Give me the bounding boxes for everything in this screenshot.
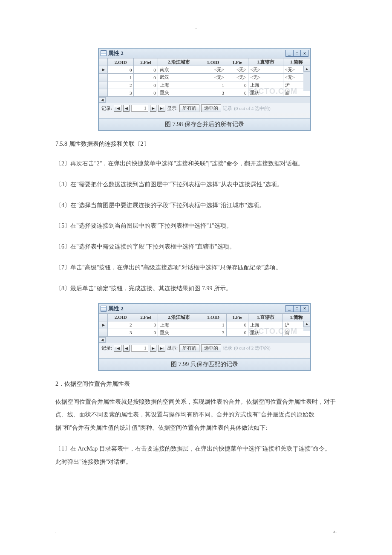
scroll-up-icon[interactable]: ▲: [303, 66, 310, 72]
cell[interactable]: 重庆: [248, 329, 283, 336]
column-header[interactable]: [99, 58, 108, 66]
prev-record-button[interactable]: ◀: [123, 105, 130, 112]
record-pager-1: 记录: I◀ ◀ 1 ▶ ▶I 显示: 所有的 选中的 记录 (0 out of…: [99, 103, 310, 113]
first-record-button[interactable]: I◀: [114, 105, 121, 112]
maximize-button[interactable]: □: [293, 50, 301, 57]
cell[interactable]: 3: [108, 89, 134, 97]
show-label: 显示:: [167, 345, 178, 351]
row-gutter[interactable]: [99, 81, 108, 89]
vertical-scrollbar[interactable]: ▲: [303, 321, 310, 331]
cell[interactable]: 2: [108, 81, 134, 89]
close-button[interactable]: ×: [301, 305, 308, 312]
data-grid-2[interactable]: 2.OID2.Fiel2.沿江城市1.OID1.Fie1.直辖市1.简称 20上…: [99, 313, 310, 337]
cell[interactable]: 3: [200, 329, 227, 336]
cell[interactable]: 南京: [158, 66, 200, 74]
first-record-button[interactable]: I◀: [114, 345, 121, 352]
paragraph-2: 〔1〕在 ArcMap 目录容表中，右击要连接的数据层，在弹出的快捷菜单中选择"…: [55, 442, 337, 469]
cell[interactable]: 0: [108, 66, 134, 74]
column-header[interactable]: 1.Fie: [226, 313, 248, 321]
cell[interactable]: 0: [134, 74, 158, 81]
next-record-button[interactable]: ▶: [150, 345, 156, 352]
cell[interactable]: 0: [134, 329, 158, 336]
scroll-left-icon[interactable]: ◀: [99, 97, 106, 103]
horizontal-scrollbar[interactable]: ◀: [99, 337, 310, 343]
column-header[interactable]: 1.OID: [200, 313, 227, 321]
cell[interactable]: 1: [200, 321, 227, 329]
last-record-button[interactable]: ▶I: [158, 345, 166, 352]
cell[interactable]: 0: [134, 89, 158, 97]
table-row[interactable]: 00南京<无><无><无><无>: [99, 66, 310, 74]
vertical-scrollbar[interactable]: ▲: [303, 66, 310, 91]
show-all-button[interactable]: 所有的: [179, 104, 199, 112]
column-header[interactable]: 2.OID: [108, 58, 134, 66]
cell[interactable]: <无>: [226, 74, 248, 81]
cell[interactable]: 0: [226, 321, 248, 329]
show-all-button[interactable]: 所有的: [179, 344, 199, 352]
record-number-input[interactable]: 1: [131, 345, 148, 352]
cell[interactable]: <无>: [226, 66, 248, 74]
horizontal-scrollbar[interactable]: ◀: [99, 97, 310, 103]
scroll-left-icon[interactable]: ◀: [99, 337, 106, 343]
cell[interactable]: 武汉: [158, 74, 200, 81]
cell[interactable]: 2: [108, 321, 134, 329]
step-8: 〔8〕最后单击"确定"按钮，完成连接。其连接结果如图 7.99 所示。: [55, 282, 337, 295]
cell[interactable]: 0: [134, 66, 158, 74]
figure-7-98: 属性 2 _ □ × 2.OID2.Fiel2.沿江城市1.OID1.Fie1.…: [98, 48, 311, 131]
show-selected-button[interactable]: 选中的: [201, 104, 221, 112]
record-number-input[interactable]: 1: [131, 105, 148, 112]
table-row[interactable]: 20上海10上海沪: [99, 321, 310, 329]
cell[interactable]: <无>: [248, 74, 283, 81]
row-gutter[interactable]: [99, 321, 108, 329]
cell[interactable]: 重庆: [248, 89, 283, 97]
minimize-button[interactable]: _: [285, 305, 293, 312]
cell[interactable]: <无>: [200, 74, 226, 81]
column-header[interactable]: 1.简称: [283, 58, 310, 66]
next-record-button[interactable]: ▶: [150, 105, 156, 112]
cell[interactable]: 重庆: [158, 89, 200, 97]
cell[interactable]: 0: [226, 81, 248, 89]
cell[interactable]: 上海: [248, 81, 283, 89]
row-gutter[interactable]: [99, 329, 108, 336]
last-record-button[interactable]: ▶I: [158, 105, 166, 112]
column-header[interactable]: 1.Fie: [226, 58, 248, 66]
records-text: 记录: [223, 345, 232, 351]
column-header[interactable]: [99, 313, 108, 321]
cell[interactable]: 3: [108, 329, 134, 336]
cell[interactable]: 0: [134, 321, 158, 329]
maximize-button[interactable]: □: [293, 305, 301, 312]
minimize-button[interactable]: _: [285, 50, 293, 57]
column-header[interactable]: 2.Fiel: [134, 313, 158, 321]
table-row[interactable]: 30重庆30重庆渝: [99, 89, 310, 97]
cell[interactable]: <无>: [248, 66, 283, 74]
column-header[interactable]: 2.沿江城市: [158, 313, 200, 321]
row-gutter[interactable]: [99, 89, 108, 97]
column-header[interactable]: 1.直辖市: [248, 58, 283, 66]
cell[interactable]: 0: [226, 89, 248, 97]
cell[interactable]: 0: [134, 81, 158, 89]
row-gutter[interactable]: [99, 74, 108, 81]
cell[interactable]: 上海: [158, 81, 200, 89]
cell[interactable]: 上海: [248, 321, 283, 329]
column-header[interactable]: 1.OID: [200, 58, 226, 66]
row-gutter[interactable]: [99, 66, 108, 74]
column-header[interactable]: 2.Fiel: [134, 58, 158, 66]
column-header[interactable]: 2.OID: [108, 313, 134, 321]
cell[interactable]: 上海: [158, 321, 200, 329]
data-grid-1[interactable]: 2.OID2.Fiel2.沿江城市1.OID1.Fie1.直辖市1.简称 00南…: [99, 58, 310, 97]
cell[interactable]: 1: [108, 74, 134, 81]
column-header[interactable]: 1.简称: [283, 313, 310, 321]
cell[interactable]: 0: [226, 329, 248, 336]
cell[interactable]: 重庆: [158, 329, 200, 336]
cell[interactable]: <无>: [200, 66, 226, 74]
show-selected-button[interactable]: 选中的: [201, 344, 221, 352]
table-row[interactable]: 10武汉<无><无><无><无>: [99, 74, 310, 81]
column-header[interactable]: 1.直辖市: [248, 313, 283, 321]
cell[interactable]: 3: [200, 89, 226, 97]
table-row[interactable]: 20上海10上海沪: [99, 81, 310, 89]
scroll-up-icon[interactable]: ▲: [303, 321, 310, 327]
prev-record-button[interactable]: ◀: [123, 345, 130, 352]
column-header[interactable]: 2.沿江城市: [158, 58, 200, 66]
close-button[interactable]: ×: [301, 50, 308, 57]
cell[interactable]: 1: [200, 81, 226, 89]
table-row[interactable]: 30重庆30重庆渝: [99, 329, 310, 336]
